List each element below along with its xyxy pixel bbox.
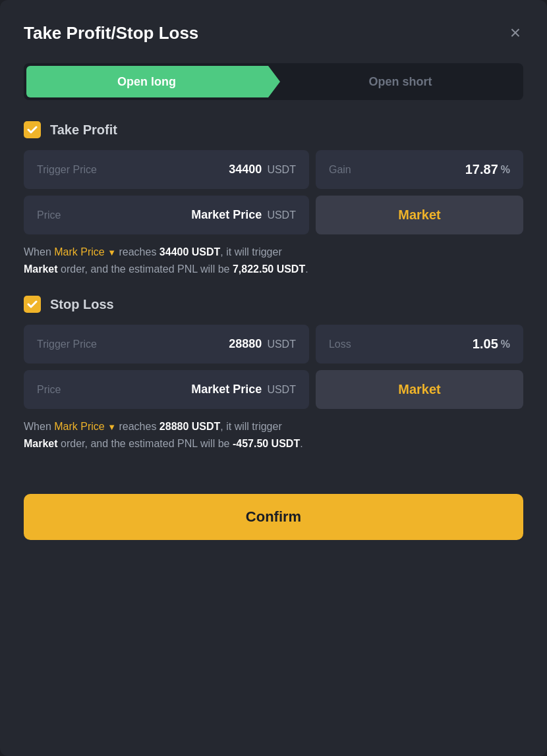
stop-loss-loss-value: 1.05 % <box>473 337 510 352</box>
take-profit-section: Take Profit Trigger Price 34400 USDT Gai… <box>24 121 523 277</box>
take-profit-description: When Mark Price ▼ reaches 34400 USDT, it… <box>24 244 523 277</box>
take-profit-price-value: Market Price USDT <box>191 208 296 222</box>
modal-title: Take Profit/Stop Loss <box>24 23 198 43</box>
take-profit-trigger-row: Trigger Price 34400 USDT Gain 17.87 % <box>24 150 523 189</box>
stop-loss-price-row: Price Market Price USDT Market <box>24 370 523 409</box>
stop-loss-price-field[interactable]: Price Market Price USDT <box>24 370 309 409</box>
stop-loss-price-label: Price <box>37 384 61 396</box>
stop-loss-description: When Mark Price ▼ reaches 28880 USDT, it… <box>24 418 523 452</box>
stop-loss-trigger-row: Trigger Price 28880 USDT Loss 1.05 % <box>24 325 523 364</box>
stop-loss-section: Stop Loss Trigger Price 28880 USDT Loss … <box>24 296 523 452</box>
stop-loss-label: Stop Loss <box>50 297 114 312</box>
take-profit-gain-field[interactable]: Gain 17.87 % <box>316 150 523 189</box>
stop-loss-trigger-field[interactable]: Trigger Price 28880 USDT <box>24 325 309 364</box>
stop-loss-checkbox[interactable] <box>24 296 41 313</box>
take-profit-price-field[interactable]: Price Market Price USDT <box>24 196 309 234</box>
modal-header: Take Profit/Stop Loss × <box>24 21 523 45</box>
close-button[interactable]: × <box>507 21 523 45</box>
stop-loss-trigger-value: 28880 USDT <box>229 337 296 351</box>
stop-loss-price-value: Market Price USDT <box>191 383 296 396</box>
take-profit-header: Take Profit <box>24 121 523 138</box>
take-profit-checkbox[interactable] <box>24 121 41 138</box>
take-profit-label: Take Profit <box>50 122 117 138</box>
stop-loss-header: Stop Loss <box>24 296 523 313</box>
confirm-button[interactable]: Confirm <box>24 494 523 540</box>
tab-switcher: Open long Open short <box>24 63 523 100</box>
stop-loss-loss-label: Loss <box>329 338 351 350</box>
take-profit-price-row: Price Market Price USDT Market <box>24 196 523 234</box>
take-profit-trigger-field[interactable]: Trigger Price 34400 USDT <box>24 150 309 189</box>
take-profit-gain-label: Gain <box>329 164 351 176</box>
modal-container: Take Profit/Stop Loss × Open long Open s… <box>0 0 547 756</box>
take-profit-market-button[interactable]: Market <box>316 196 523 234</box>
take-profit-market-label: Market <box>398 207 440 223</box>
take-profit-trigger-label: Trigger Price <box>37 164 97 176</box>
stop-loss-market-label: Market <box>398 382 440 397</box>
tab-open-short[interactable]: Open short <box>280 66 521 97</box>
stop-loss-market-button[interactable]: Market <box>316 370 523 409</box>
stop-loss-loss-field[interactable]: Loss 1.05 % <box>316 325 523 364</box>
take-profit-gain-value: 17.87 % <box>465 162 510 177</box>
tab-open-long[interactable]: Open long <box>26 66 280 97</box>
take-profit-trigger-value: 34400 USDT <box>229 163 296 176</box>
take-profit-price-label: Price <box>37 209 61 221</box>
stop-loss-trigger-label: Trigger Price <box>37 338 97 350</box>
